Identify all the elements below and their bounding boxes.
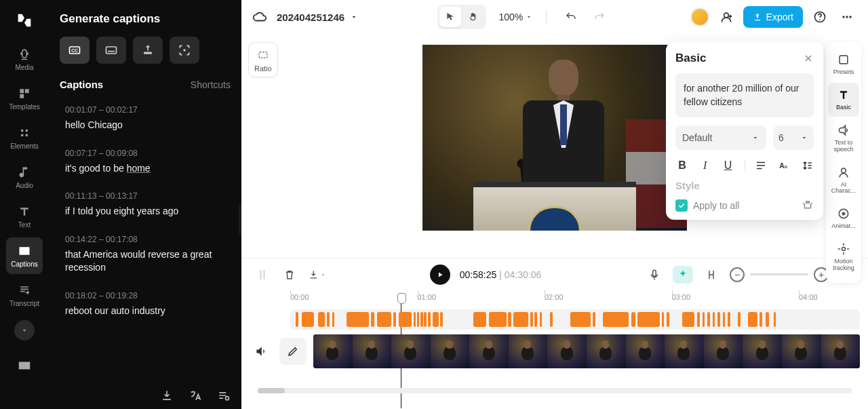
caption-segment[interactable] <box>489 312 507 327</box>
align-button[interactable] <box>754 158 768 173</box>
letter-case-button[interactable]: Aa <box>777 158 791 173</box>
caption-segment[interactable] <box>420 312 423 327</box>
ratio-button[interactable]: Ratio <box>248 42 278 77</box>
font-family-select[interactable]: Default <box>675 125 766 150</box>
line-spacing-button[interactable] <box>800 158 814 173</box>
close-basic-panel-button[interactable] <box>803 53 814 64</box>
caption-segment[interactable] <box>717 312 720 327</box>
caption-mode-subtitle-button[interactable] <box>96 37 126 64</box>
user-avatar[interactable] <box>690 7 709 26</box>
track-mute-button[interactable] <box>250 340 273 363</box>
caption-segment[interactable] <box>707 312 710 327</box>
caption-segment[interactable] <box>728 312 730 327</box>
italic-button[interactable]: I <box>698 159 712 172</box>
bold-button[interactable]: B <box>675 159 689 172</box>
caption-segment[interactable] <box>703 312 705 327</box>
apply-to-all-checkbox[interactable] <box>675 199 688 212</box>
nav-elements[interactable]: Elements <box>6 119 43 156</box>
caption-segment[interactable] <box>723 312 726 327</box>
caption-segment[interactable] <box>433 312 439 327</box>
hand-tool-button[interactable] <box>462 7 484 27</box>
zoom-slider[interactable] <box>750 273 808 275</box>
caption-mode-upload-button[interactable] <box>133 37 163 64</box>
caption-segment[interactable] <box>540 312 542 327</box>
keyboard-shortcuts-icon[interactable] <box>17 358 32 373</box>
caption-segment[interactable] <box>738 312 741 327</box>
caption-segment[interactable] <box>637 312 660 327</box>
zoom-out-button[interactable]: − <box>730 267 745 282</box>
translate-captions-icon[interactable] <box>189 389 202 402</box>
shortcuts-link[interactable]: Shortcuts <box>191 79 231 90</box>
caption-item[interactable]: 00:01:07 – 00:02:17hello Chicago <box>60 97 231 140</box>
preview-zoom-select[interactable]: 100% <box>498 12 532 22</box>
caption-segment[interactable] <box>603 312 629 327</box>
app-logo[interactable] <box>12 8 37 33</box>
right-rail-basic[interactable]: Basic <box>828 83 859 117</box>
caption-segment[interactable] <box>302 312 315 327</box>
caption-segment[interactable] <box>534 312 537 327</box>
caption-segment[interactable] <box>347 312 370 327</box>
nav-media[interactable]: Media <box>6 41 43 77</box>
visibility-icon[interactable] <box>802 199 814 212</box>
caption-segment[interactable] <box>593 312 595 327</box>
help-button[interactable] <box>810 7 830 27</box>
caption-segment[interactable] <box>296 312 299 327</box>
undo-button[interactable] <box>560 6 582 28</box>
delete-button[interactable] <box>281 266 298 284</box>
right-rail-presets[interactable]: Presets <box>828 47 859 81</box>
caption-segment[interactable] <box>748 312 757 327</box>
nav-audio[interactable]: Audio <box>6 159 43 195</box>
caption-segment[interactable] <box>513 312 529 327</box>
download-captions-icon[interactable] <box>160 389 174 402</box>
caption-segment[interactable] <box>327 312 330 327</box>
caption-item[interactable]: 00:11:13 – 00:13:17if I told you eight y… <box>60 183 231 227</box>
caption-segment[interactable] <box>399 312 412 327</box>
font-size-select[interactable]: 6 <box>773 125 814 150</box>
underline-button[interactable]: U <box>722 159 735 172</box>
caption-segment[interactable] <box>760 312 763 327</box>
nav-templates[interactable]: Templates <box>6 80 43 117</box>
export-button[interactable]: Export <box>743 6 803 28</box>
caption-text-input[interactable]: for another 20 million of our fellow cit… <box>675 73 814 117</box>
invite-button[interactable] <box>716 7 736 27</box>
caption-segment[interactable] <box>682 312 695 327</box>
caption-segment[interactable] <box>508 312 511 327</box>
caption-segment[interactable] <box>428 312 431 327</box>
project-name-dropdown[interactable]: 202404251246 <box>277 12 358 23</box>
caption-segment[interactable] <box>414 312 416 327</box>
caption-segment[interactable] <box>417 312 419 327</box>
caption-mode-cc-button[interactable]: CC <box>60 37 90 64</box>
magnetic-button[interactable] <box>703 266 720 284</box>
caption-track[interactable] <box>290 309 860 330</box>
right-rail-tts[interactable]: Text to speech <box>828 118 859 159</box>
voiceover-button[interactable] <box>646 266 663 284</box>
split-button[interactable] <box>254 266 271 284</box>
timeline[interactable]: 00:0001:0002:0003:0004:00 <box>241 290 868 409</box>
select-tool-button[interactable] <box>439 7 461 27</box>
caption-segment[interactable] <box>570 312 591 327</box>
right-rail-animation[interactable]: Animat... <box>828 201 859 235</box>
download-clip-button[interactable] <box>308 266 326 284</box>
cloud-sync-icon[interactable] <box>252 9 267 24</box>
caption-segment[interactable] <box>371 312 374 327</box>
caption-segment[interactable] <box>697 312 700 327</box>
caption-segment[interactable] <box>393 312 397 327</box>
caption-list[interactable]: 00:01:07 – 00:02:17hello Chicago00:07:17… <box>60 97 231 382</box>
video-preview[interactable] <box>422 45 687 231</box>
ai-tools-button[interactable] <box>673 266 693 284</box>
track-edit-button[interactable] <box>279 338 307 365</box>
caption-segment[interactable] <box>440 312 443 327</box>
caption-segment[interactable] <box>424 312 427 327</box>
caption-item[interactable]: 00:18:02 – 00:19:28reboot our auto indus… <box>60 283 231 326</box>
right-rail-motiontracking[interactable]: Motion tracking <box>828 237 859 277</box>
right-rail-aicharacter[interactable]: AI Charac... <box>828 160 859 201</box>
search-captions-icon[interactable] <box>217 389 231 402</box>
caption-segment[interactable] <box>318 312 326 327</box>
play-button[interactable] <box>430 265 450 285</box>
caption-segment[interactable] <box>667 312 669 327</box>
caption-segment[interactable] <box>473 312 486 327</box>
nav-captions[interactable]: Captions <box>6 237 43 274</box>
caption-segment[interactable] <box>631 312 635 327</box>
caption-segment[interactable] <box>774 312 776 327</box>
nav-expand-button[interactable] <box>14 320 35 340</box>
